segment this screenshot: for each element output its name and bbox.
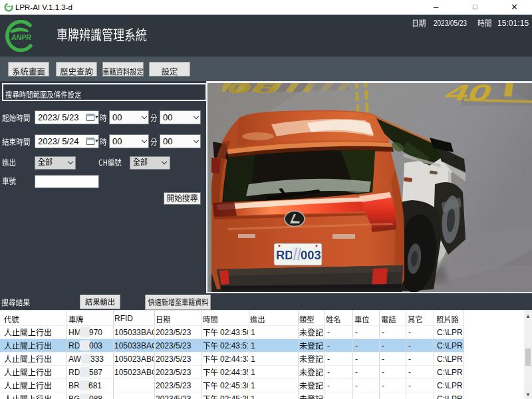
svg-text:003: 003 [301,248,321,262]
svg-text:RD: RD [276,248,294,262]
svg-text:ANPR: ANPR [11,33,31,41]
svg-text:06: 06 [223,83,281,96]
